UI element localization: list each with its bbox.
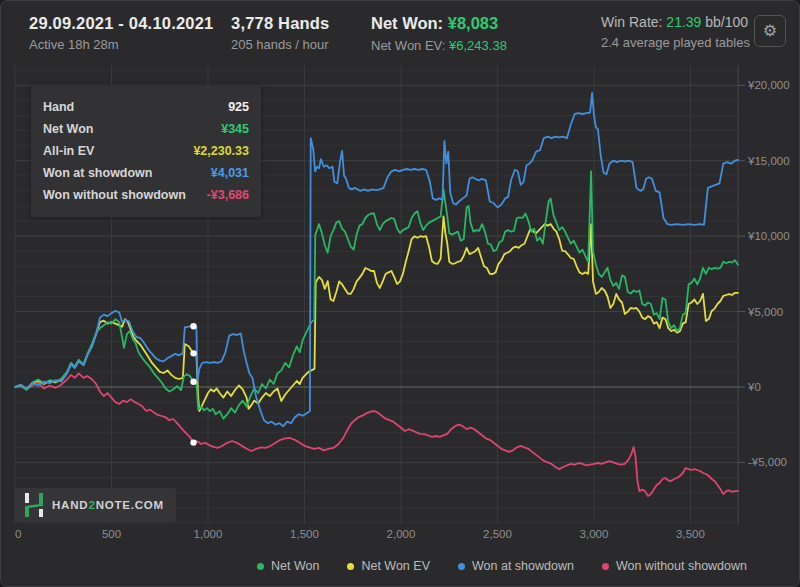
hover-marker-dot bbox=[190, 350, 196, 356]
win-rate-label: Win Rate: bbox=[601, 14, 662, 30]
tooltip-label: Hand bbox=[43, 100, 74, 114]
x-axis-label: 0 bbox=[15, 528, 21, 540]
x-axis-label: 2,000 bbox=[387, 528, 416, 540]
tooltip-value: ¥4,031 bbox=[211, 166, 249, 180]
tooltip-row-won-showdown: Won at showdown ¥4,031 bbox=[43, 162, 249, 184]
win-rate-unit: bb/100 bbox=[701, 14, 748, 30]
legend-dot-icon bbox=[458, 563, 465, 570]
legend-dot-icon bbox=[347, 563, 354, 570]
net-won-ev-value: ¥6,243.38 bbox=[449, 38, 507, 53]
tooltip-label: Won at showdown bbox=[43, 166, 152, 180]
legend-item-net-won[interactable]: Net Won bbox=[257, 559, 319, 573]
legend-item-won-without-showdown[interactable]: Won without showdown bbox=[602, 559, 747, 573]
date-range: 29.09.2021 - 04.10.2021 bbox=[29, 14, 213, 33]
legend-label: Net Won EV bbox=[361, 559, 430, 573]
chart-legend: Net WonNet Won EVWon at showdownWon with… bbox=[257, 559, 747, 573]
x-axis-label: 500 bbox=[102, 528, 121, 540]
x-axis-label: 2,500 bbox=[483, 528, 512, 540]
tooltip-label: Won without showdown bbox=[43, 188, 186, 202]
tooltip-label: All-in EV bbox=[43, 144, 94, 158]
net-won-label: Net Won: bbox=[371, 14, 443, 32]
series-line-net-won-ev bbox=[15, 217, 738, 412]
hover-marker-dot bbox=[190, 323, 196, 329]
settings-button[interactable]: ⚙ bbox=[754, 15, 786, 47]
legend-dot-icon bbox=[602, 563, 609, 570]
tooltip-row-won-no-showdown: Won without showdown -¥3,686 bbox=[43, 184, 249, 206]
legend-label: Won at showdown bbox=[472, 559, 574, 573]
y-axis-label: ¥15,000 bbox=[747, 155, 790, 167]
x-axis-label: 1,000 bbox=[194, 528, 223, 540]
avg-tables: 2.4 average played tables bbox=[601, 35, 750, 50]
tooltip-row-allin-ev: All-in EV ¥2,230.33 bbox=[43, 140, 249, 162]
hand2note-logo[interactable]: HAND2NOTE.COM bbox=[15, 488, 176, 522]
tooltip-value: 925 bbox=[228, 100, 249, 114]
tooltip-value: -¥3,686 bbox=[207, 188, 249, 202]
legend-dot-icon bbox=[257, 563, 264, 570]
net-won-value: ¥8,083 bbox=[448, 14, 498, 32]
session-report-window: ¥20,000¥15,000¥10,000¥5,000¥0-¥5,0000500… bbox=[0, 0, 800, 587]
legend-label: Won without showdown bbox=[616, 559, 747, 573]
x-axis-label: 1,500 bbox=[290, 528, 319, 540]
logo-text: HAND2NOTE.COM bbox=[52, 499, 164, 511]
win-rate-line: Win Rate: 21.39 bb/100 bbox=[601, 14, 750, 30]
tooltip-label: Net Won bbox=[43, 122, 93, 136]
net-won-ev-line: Net Won EV: ¥6,243.38 bbox=[371, 38, 507, 53]
tooltip-row-net-won: Net Won ¥345 bbox=[43, 118, 249, 140]
tooltip-row-hand: Hand 925 bbox=[43, 96, 249, 118]
header-winrate-block: Win Rate: 21.39 bb/100 2.4 average playe… bbox=[601, 14, 750, 50]
hand-tooltip: Hand 925 Net Won ¥345 All-in EV ¥2,230.3… bbox=[31, 85, 261, 217]
y-axis-label: -¥5,000 bbox=[748, 456, 787, 468]
active-time: Active 18h 28m bbox=[29, 37, 213, 52]
header-networth-block: Net Won: ¥8,083 Net Won EV: ¥6,243.38 bbox=[371, 14, 507, 53]
hover-marker-dot bbox=[190, 379, 196, 385]
x-axis-label: 3,500 bbox=[676, 528, 705, 540]
header-hands-block: 3,778 Hands 205 hands / hour bbox=[231, 14, 330, 52]
hover-marker-dot bbox=[190, 439, 196, 445]
win-rate-value: 21.39 bbox=[666, 14, 701, 30]
hand2note-h-icon bbox=[24, 493, 44, 517]
y-axis-label: ¥0 bbox=[747, 381, 761, 393]
hands-total: 3,778 Hands bbox=[231, 14, 330, 33]
y-axis-label: ¥10,000 bbox=[747, 230, 790, 242]
tooltip-value: ¥345 bbox=[221, 122, 249, 136]
header-date-block: 29.09.2021 - 04.10.2021 Active 18h 28m bbox=[29, 14, 213, 52]
net-won-line: Net Won: ¥8,083 bbox=[371, 14, 507, 33]
legend-item-won-at-showdown[interactable]: Won at showdown bbox=[458, 559, 574, 573]
y-axis-label: ¥20,000 bbox=[747, 79, 790, 91]
net-won-ev-label: Net Won EV: bbox=[371, 38, 445, 53]
y-axis-label: ¥5,000 bbox=[747, 306, 783, 318]
x-axis-label: 3,000 bbox=[580, 528, 609, 540]
tooltip-value: ¥2,230.33 bbox=[193, 144, 249, 158]
legend-item-net-won-ev[interactable]: Net Won EV bbox=[347, 559, 430, 573]
hands-per-hour: 205 hands / hour bbox=[231, 37, 330, 52]
gear-icon: ⚙ bbox=[763, 23, 777, 39]
legend-label: Net Won bbox=[271, 559, 319, 573]
